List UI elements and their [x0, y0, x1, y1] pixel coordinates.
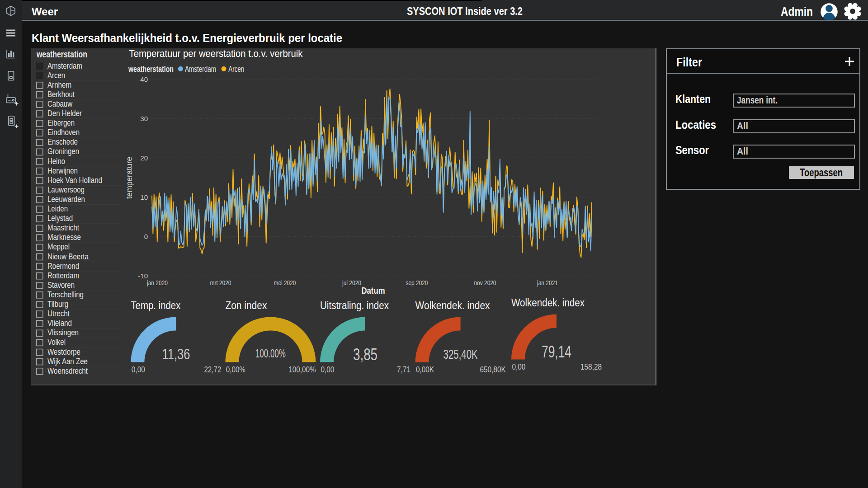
svg-text:Sensor: Sensor — [675, 143, 709, 157]
svg-text:All: All — [737, 120, 748, 131]
svg-text:Toepassen: Toepassen — [800, 166, 843, 178]
svg-text:Filter: Filter — [676, 55, 702, 69]
svg-text:Weer: Weer — [32, 5, 58, 18]
svg-text:Klanten: Klanten — [675, 92, 711, 106]
svg-text:SYSCON IOT Inside ver 3.2: SYSCON IOT Inside ver 3.2 — [407, 5, 523, 17]
svg-text:Locaties: Locaties — [675, 118, 716, 131]
svg-text:Admin: Admin — [781, 5, 813, 19]
svg-text:All: All — [737, 145, 748, 157]
svg-text:Jansen int.: Jansen int. — [737, 94, 778, 106]
svg-text:Klant Weersafhankelijkheid t.o: Klant Weersafhankelijkheid t.o.v. Energi… — [32, 31, 342, 45]
